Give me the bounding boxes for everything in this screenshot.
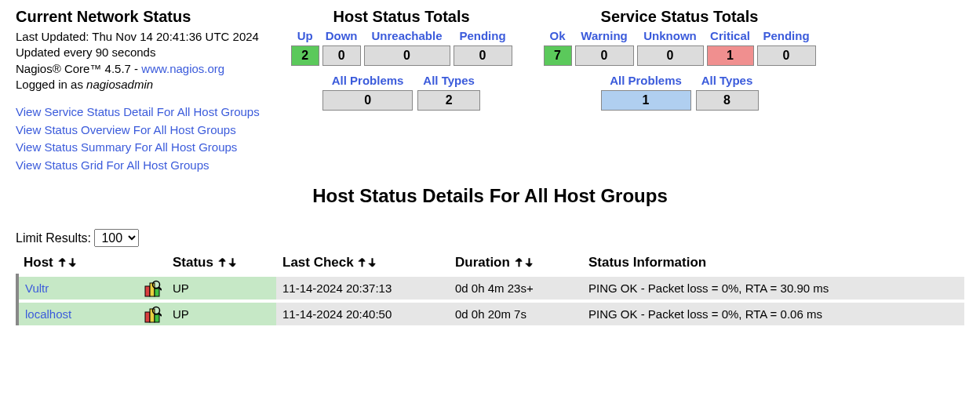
service-pending-count[interactable]: 0 bbox=[757, 45, 816, 66]
table-header-row: Host 🠅🠇 Status 🠅🠇 Last Check 🠅🠇 Duration… bbox=[17, 252, 964, 275]
col-header-host[interactable]: Host 🠅🠇 bbox=[17, 252, 166, 275]
duration-cell: 0d 0h 20m 7s bbox=[449, 301, 582, 325]
svg-rect-0 bbox=[145, 286, 150, 296]
host-all-types-count[interactable]: 2 bbox=[417, 90, 480, 111]
host-all-problems-header[interactable]: All Problems bbox=[322, 72, 413, 89]
host-pending-count[interactable]: 0 bbox=[454, 45, 512, 66]
service-warning-count[interactable]: 0 bbox=[575, 45, 634, 66]
view-status-grid-link[interactable]: View Status Grid For All Host Groups bbox=[16, 157, 260, 175]
view-status-summary-link[interactable]: View Status Summary For All Host Groups bbox=[16, 139, 260, 157]
sort-icon[interactable]: 🠅🠇 bbox=[217, 257, 238, 269]
nagios-org-link[interactable]: www.nagios.org bbox=[141, 62, 224, 75]
host-status-totals: Host Status Totals Up 2 Down 0 Unreachab… bbox=[291, 8, 512, 174]
sort-icon[interactable]: 🠅🠇 bbox=[514, 257, 534, 269]
details-title: Host Status Details For All Host Groups bbox=[16, 185, 964, 207]
view-service-status-link[interactable]: View Service Status Detail For All Host … bbox=[16, 103, 260, 122]
host-detail-icon[interactable] bbox=[144, 306, 162, 323]
sort-icon[interactable]: 🠅🠇 bbox=[357, 257, 377, 269]
service-unknown-header[interactable]: Unknown bbox=[637, 27, 704, 44]
limit-results-row: Limit Results: 100 bbox=[16, 229, 964, 247]
service-critical-count[interactable]: 1 bbox=[707, 45, 754, 66]
host-all-problems-count[interactable]: 0 bbox=[322, 90, 413, 111]
service-all-types-count[interactable]: 8 bbox=[696, 90, 759, 111]
host-all-types-header[interactable]: All Types bbox=[417, 72, 480, 89]
limit-results-select[interactable]: 100 bbox=[94, 229, 139, 247]
service-unknown-count[interactable]: 0 bbox=[637, 45, 704, 66]
limit-results-label: Limit Results: bbox=[16, 231, 94, 245]
host-up-count[interactable]: 2 bbox=[291, 45, 319, 66]
host-status-table: Host 🠅🠇 Status 🠅🠇 Last Check 🠅🠇 Duration… bbox=[16, 252, 964, 325]
col-header-duration[interactable]: Duration 🠅🠇 bbox=[449, 252, 582, 275]
last-check-cell: 11-14-2024 20:40:50 bbox=[276, 301, 449, 325]
status-info-cell: PING OK - Packet loss = 0%, RTA = 0.06 m… bbox=[582, 301, 964, 325]
host-pending-header[interactable]: Pending bbox=[454, 27, 512, 44]
service-totals-title: Service Status Totals bbox=[544, 8, 816, 26]
host-up-header[interactable]: Up bbox=[291, 27, 319, 44]
host-unreachable-header[interactable]: Unreachable bbox=[364, 27, 450, 44]
last-check-cell: 11-14-2024 20:37:13 bbox=[276, 275, 449, 301]
host-down-header[interactable]: Down bbox=[322, 27, 361, 44]
logged-in-user: nagiosadmin bbox=[86, 78, 153, 91]
status-info-cell: PING OK - Packet loss = 0%, RTA = 30.90 … bbox=[582, 275, 964, 301]
service-warning-header[interactable]: Warning bbox=[575, 27, 634, 44]
duration-cell: 0d 0h 4m 23s+ bbox=[449, 275, 582, 301]
host-name-cell: Vultr bbox=[17, 275, 166, 301]
service-all-types-header[interactable]: All Types bbox=[696, 72, 759, 89]
svg-rect-7 bbox=[155, 314, 159, 322]
last-updated-label: Last Updated: Thu Nov 14 20:41:36 UTC 20… bbox=[16, 29, 260, 45]
service-ok-count[interactable]: 7 bbox=[544, 45, 572, 66]
host-detail-icon[interactable] bbox=[144, 280, 162, 297]
service-pending-header[interactable]: Pending bbox=[757, 27, 816, 44]
host-totals-title: Host Status Totals bbox=[291, 8, 512, 26]
view-links: View Service Status Detail For All Host … bbox=[16, 103, 260, 174]
host-down-count[interactable]: 0 bbox=[322, 45, 361, 66]
host-link[interactable]: localhost bbox=[25, 307, 71, 321]
view-status-overview-link[interactable]: View Status Overview For All Host Groups bbox=[16, 122, 260, 140]
host-unreachable-count[interactable]: 0 bbox=[364, 45, 450, 66]
table-row: localhost UP 11-14-2024 20:40:50 0d 0h 2… bbox=[17, 301, 964, 325]
service-critical-header[interactable]: Critical bbox=[707, 27, 754, 44]
page-title: Current Network Status bbox=[16, 8, 260, 26]
col-header-status[interactable]: Status 🠅🠇 bbox=[166, 252, 276, 275]
version-prefix: Nagios® Core™ 4.5.7 - bbox=[16, 62, 141, 75]
col-header-last-check[interactable]: Last Check 🠅🠇 bbox=[276, 252, 449, 275]
svg-rect-2 bbox=[155, 289, 159, 296]
current-status-block: Current Network Status Last Updated: Thu… bbox=[16, 8, 260, 174]
host-link[interactable]: Vultr bbox=[25, 281, 49, 295]
service-status-totals: Service Status Totals Ok 7 Warning 0 Unk… bbox=[544, 8, 816, 174]
version-line: Nagios® Core™ 4.5.7 - www.nagios.org bbox=[16, 61, 260, 77]
logged-in-prefix: Logged in as bbox=[16, 78, 86, 91]
update-interval-label: Updated every 90 seconds bbox=[16, 45, 260, 60]
svg-rect-5 bbox=[145, 312, 150, 322]
host-name-cell: localhost bbox=[17, 301, 166, 325]
logged-in-line: Logged in as nagiosadmin bbox=[16, 77, 260, 93]
sort-icon[interactable]: 🠅🠇 bbox=[57, 257, 78, 269]
table-row: Vultr UP 11-14-2024 20:37:13 0d 0h 4m 23… bbox=[17, 275, 964, 301]
service-all-problems-count[interactable]: 1 bbox=[601, 90, 691, 111]
col-header-status-info: Status Information bbox=[582, 252, 964, 275]
service-ok-header[interactable]: Ok bbox=[544, 27, 572, 44]
status-cell: UP bbox=[166, 275, 276, 301]
status-cell: UP bbox=[166, 301, 276, 325]
service-all-problems-header[interactable]: All Problems bbox=[601, 72, 691, 89]
